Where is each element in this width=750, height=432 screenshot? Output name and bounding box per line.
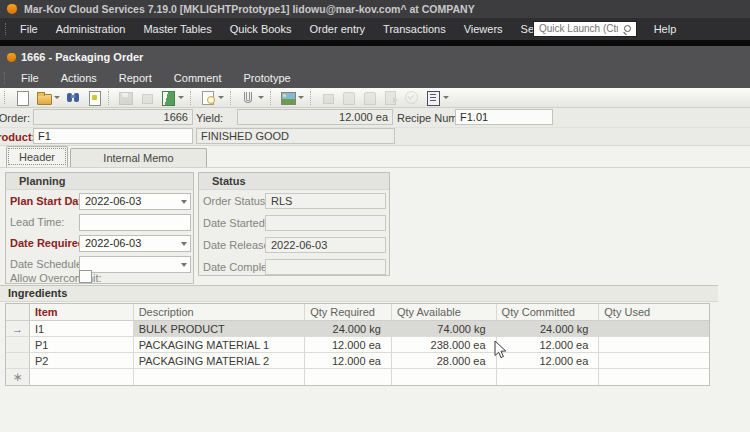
- cell-item[interactable]: P1: [30, 337, 134, 352]
- table-row[interactable]: → I1 BULK PRODUCT 24.000 kg 74.000 kg 24…: [6, 321, 709, 337]
- cell-description[interactable]: PACKAGING MATERIAL 1: [134, 337, 306, 352]
- cell-qty-used[interactable]: [599, 369, 709, 385]
- order-menu-item-comment[interactable]: Comment: [163, 72, 233, 84]
- column-header-qty-used[interactable]: Qty Used: [599, 304, 709, 320]
- cell-qty-available[interactable]: 74.000 kg: [392, 321, 497, 336]
- print-preview-button[interactable]: [197, 89, 227, 107]
- cell-qty-committed[interactable]: [497, 369, 600, 385]
- cell-qty-available[interactable]: 28.000 ea: [392, 353, 497, 368]
- magnifier-icon[interactable]: [623, 25, 632, 34]
- menu-item-administration[interactable]: Administration: [47, 23, 135, 35]
- cell-qty-committed[interactable]: 12.000 ea: [497, 353, 600, 368]
- cell-item[interactable]: [30, 369, 134, 385]
- ingredients-grid: Item Description Qty Required Qty Availa…: [5, 303, 710, 386]
- order-menu-item-actions[interactable]: Actions: [50, 72, 108, 84]
- cell-item[interactable]: I1: [30, 321, 134, 336]
- new-document-button[interactable]: [12, 89, 33, 107]
- rotate-document-button: [317, 89, 338, 107]
- menubar-grip: [5, 23, 8, 35]
- order-label: Order:: [0, 109, 30, 127]
- cell-item[interactable]: P2: [30, 353, 134, 368]
- cell-qty-required[interactable]: 12.000 ea: [305, 337, 392, 352]
- chevron-down-icon[interactable]: [181, 242, 187, 246]
- calculator-button[interactable]: [422, 89, 452, 107]
- cell-description[interactable]: BULK PRODUCT: [134, 321, 306, 336]
- menu-item-file[interactable]: File: [11, 23, 47, 35]
- cell-qty-available[interactable]: [392, 369, 497, 385]
- print-preview-icon[interactable]: [200, 90, 215, 105]
- dropdown-caret-icon[interactable]: [54, 96, 60, 99]
- date-completed-field: [265, 259, 386, 275]
- column-header-qty-available[interactable]: Qty Available: [392, 304, 497, 320]
- find-icon[interactable]: [66, 90, 81, 105]
- cell-description[interactable]: [134, 369, 306, 385]
- cell-qty-used[interactable]: [599, 353, 709, 368]
- table-new-row[interactable]: ∗: [6, 369, 709, 385]
- quick-launch-box[interactable]: [533, 21, 637, 37]
- order-menu-item-prototype[interactable]: Prototype: [233, 72, 302, 84]
- insert-image-icon[interactable]: [280, 90, 295, 105]
- dropdown-caret-icon[interactable]: [298, 96, 304, 99]
- tab-internal-memo[interactable]: Internal Memo: [70, 148, 207, 167]
- order-menu-item-report[interactable]: Report: [108, 72, 163, 84]
- dropdown-caret-icon[interactable]: [218, 96, 224, 99]
- open-button[interactable]: [33, 89, 63, 107]
- validate-document-icon[interactable]: [87, 90, 102, 105]
- attachments-button[interactable]: [237, 89, 267, 107]
- column-header-qty-committed[interactable]: Qty Committed: [497, 304, 600, 320]
- menu-item-quick-books[interactable]: Quick Books: [221, 23, 301, 35]
- dropdown-caret-icon[interactable]: [443, 96, 449, 99]
- cell-qty-required[interactable]: 24.000 kg: [305, 321, 392, 336]
- menu-item-viewers[interactable]: Viewers: [455, 23, 512, 35]
- cell-description[interactable]: PACKAGING MATERIAL 2: [134, 353, 306, 368]
- cell-qty-required[interactable]: 12.000 ea: [305, 353, 392, 368]
- column-header-description[interactable]: Description: [134, 304, 306, 320]
- rotate-document-icon: [320, 90, 335, 105]
- quick-launch-input[interactable]: [534, 23, 618, 35]
- calculator-icon[interactable]: [425, 90, 440, 105]
- date-required-combo[interactable]: 2022-06-03: [79, 235, 191, 252]
- export-excel-button[interactable]: [157, 89, 187, 107]
- order-menu-item-file[interactable]: File: [10, 72, 50, 84]
- recipe-number-field[interactable]: F1.01: [455, 109, 553, 125]
- cell-qty-committed[interactable]: 24.000 kg: [497, 321, 600, 336]
- menu-item-help[interactable]: Help: [645, 23, 686, 35]
- chevron-down-icon[interactable]: [181, 200, 187, 204]
- order-header-fields: Order: 1666 Yield: 12.000 ea Recipe Numb…: [0, 108, 750, 146]
- column-header-qty-required[interactable]: Qty Required: [305, 304, 392, 320]
- cell-qty-committed[interactable]: 12.000 ea: [497, 337, 600, 352]
- product-label: Product:: [0, 128, 30, 146]
- export-excel-icon[interactable]: [160, 90, 175, 105]
- cell-qty-required[interactable]: [305, 369, 392, 385]
- column-header-item[interactable]: Item: [30, 304, 134, 320]
- lead-time-field[interactable]: [79, 214, 191, 231]
- tab-header[interactable]: Header: [6, 146, 68, 167]
- table-row[interactable]: P2 PACKAGING MATERIAL 2 12.000 ea 28.000…: [6, 353, 709, 369]
- cell-qty-used[interactable]: [599, 321, 709, 336]
- order-window-titlebar: 1666 - Packaging Order: [0, 46, 750, 68]
- find-button[interactable]: [63, 89, 84, 107]
- insert-image-button[interactable]: [277, 89, 307, 107]
- dropdown-caret-icon[interactable]: [258, 96, 264, 99]
- new-document-icon[interactable]: [15, 90, 30, 105]
- toolbar-grip: [4, 91, 8, 104]
- cell-qty-available[interactable]: 238.000 ea: [392, 337, 497, 352]
- menu-item-transactions[interactable]: Transactions: [374, 23, 455, 35]
- row-selector-header: [6, 304, 30, 320]
- plan-start-date-combo[interactable]: 2022-06-03: [79, 193, 191, 210]
- script-edit-icon: [362, 90, 377, 105]
- validate-document-button[interactable]: [84, 89, 105, 107]
- chevron-down-icon[interactable]: [181, 263, 187, 267]
- row-selector: [6, 353, 30, 368]
- open-icon[interactable]: [36, 90, 51, 105]
- cell-qty-used[interactable]: [599, 337, 709, 352]
- save-icon: [118, 90, 133, 105]
- allow-overcommit-checkbox[interactable]: [79, 270, 92, 283]
- product-code-field[interactable]: F1: [33, 128, 193, 144]
- table-row[interactable]: P1 PACKAGING MATERIAL 1 12.000 ea 238.00…: [6, 337, 709, 353]
- attachments-icon[interactable]: [240, 90, 255, 105]
- menu-item-order-entry[interactable]: Order entry: [300, 23, 374, 35]
- menu-item-master-tables[interactable]: Master Tables: [134, 23, 220, 35]
- mouse-cursor: [494, 340, 507, 359]
- dropdown-caret-icon[interactable]: [178, 96, 184, 99]
